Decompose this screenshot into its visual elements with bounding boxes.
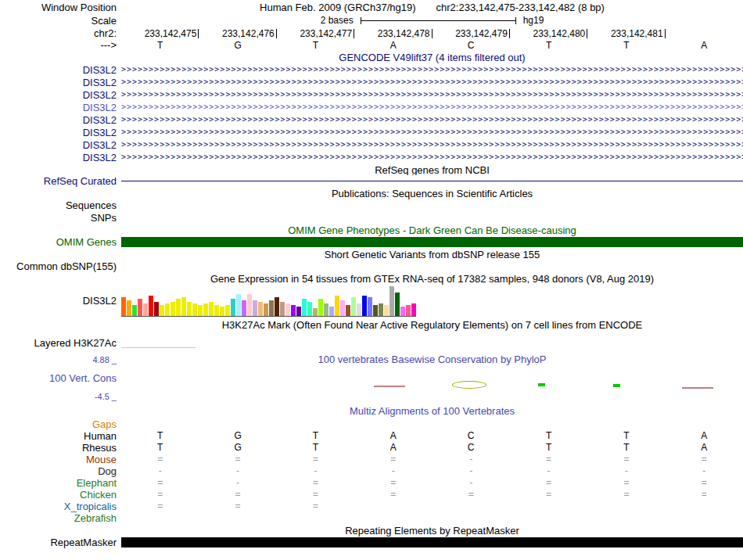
gtex-tissue-bar[interactable] (198, 305, 203, 316)
gtex-tissue-bar[interactable] (389, 286, 394, 316)
gtex-tissue-bar[interactable] (214, 305, 219, 316)
gtex-tissue-bar[interactable] (269, 300, 274, 316)
omim-genes-label[interactable]: OMIM Genes (0, 236, 121, 248)
gtex-tissue-bar[interactable] (302, 299, 307, 316)
gtex-tissue-bar[interactable] (411, 303, 416, 316)
gencode-transcript-label[interactable]: DIS3L2 (0, 113, 121, 126)
gtex-tissue-bar[interactable] (154, 302, 159, 316)
gtex-tissue-bar[interactable] (138, 299, 142, 316)
sequences-label[interactable]: Sequences (0, 199, 121, 211)
h3k27ac-track[interactable] (121, 332, 743, 353)
gtex-tissue-bar[interactable] (170, 302, 175, 316)
gencode-transcript-label[interactable]: DIS3L2 (0, 151, 121, 163)
publications-center-label[interactable]: Publications: Sequences in Scientific Ar… (121, 188, 743, 199)
gtex-tissue-bar[interactable] (346, 305, 350, 316)
gtex-tissue-bar[interactable] (335, 296, 339, 316)
phylop-center-label[interactable]: 100 vertebrates Basewise Conservation by… (121, 354, 743, 365)
gencode-transcript-label[interactable]: DIS3L2 (0, 76, 121, 88)
gtex-tissue-bar[interactable] (165, 303, 170, 316)
multiz-species-label[interactable]: Zebrafish (0, 512, 121, 524)
sequences-track[interactable] (121, 199, 743, 211)
gtex-tissue-bar[interactable] (149, 296, 153, 316)
gencode-transcript-label[interactable]: DIS3L2 (0, 63, 121, 76)
multiz-alignment-cells[interactable]: ======== (121, 489, 743, 501)
dbsnp-center-label[interactable]: Short Genetic Variants from dbSNP releas… (121, 249, 743, 260)
gtex-tissue-bar[interactable] (329, 307, 334, 316)
gtex-tissue-bar[interactable] (236, 294, 241, 316)
dbsnp-track[interactable] (121, 260, 743, 272)
gtex-tissue-bar[interactable] (400, 307, 405, 316)
phylop-track-label[interactable]: 100 Vert. Cons (49, 372, 117, 384)
multiz-species-label[interactable]: Rhesus (0, 442, 121, 454)
h3k27ac-center-label[interactable]: H3K27Ac Mark (Often Found Near Active Re… (121, 319, 743, 331)
gtex-tissue-bar[interactable] (307, 302, 312, 316)
gtex-tissue-bar[interactable] (225, 305, 230, 316)
gtex-tissue-bar[interactable] (362, 296, 367, 316)
multiz-alignment-cells[interactable]: -------- (121, 465, 743, 477)
snps-track[interactable] (121, 211, 743, 224)
gtex-tissue-bar[interactable] (357, 303, 361, 316)
gtex-gene-label[interactable]: DIS3L2 (0, 285, 121, 317)
gtex-tissue-bar[interactable] (395, 293, 400, 316)
multiz-species-label[interactable]: X_tropicalis (0, 501, 121, 512)
multiz-alignment-cells[interactable]: =-==-=== (121, 477, 743, 489)
gencode-transcript-label[interactable]: DIS3L2 (0, 126, 121, 138)
gtex-tissue-bar[interactable] (406, 305, 411, 316)
multiz-center-label[interactable]: Multiz Alignments of 100 Vertebrates (121, 405, 743, 417)
repeatmasker-center-label[interactable]: Repeating Elements by RepeatMasker (121, 525, 743, 537)
gtex-tissue-bar[interactable] (192, 303, 197, 316)
gtex-tissue-bar[interactable] (143, 303, 148, 316)
multiz-alignment-cells[interactable] (121, 418, 743, 430)
multiz-species-label[interactable]: Gaps (0, 418, 121, 430)
omim-genes-track[interactable] (121, 236, 743, 248)
dbsnp-label[interactable]: Common dbSNP(155) (0, 260, 121, 272)
multiz-alignment-cells[interactable]: TGTACTTA (121, 442, 743, 454)
gtex-tissue-bar[interactable] (231, 299, 235, 316)
gtex-tissue-bar[interactable] (368, 297, 372, 316)
multiz-species-label[interactable]: Elephant (0, 477, 121, 489)
gtex-tissue-bar[interactable] (127, 300, 131, 316)
gtex-center-label[interactable]: Gene Expression in 54 tissues from GTEx … (121, 273, 743, 285)
gtex-tissue-bar[interactable] (242, 300, 246, 316)
gencode-transcript-label[interactable]: DIS3L2 (0, 88, 121, 101)
phylop-track[interactable]: 100 vertebrates Basewise Conservation by… (121, 353, 743, 403)
gtex-tissue-bar[interactable] (160, 305, 164, 316)
gtex-tissue-bar[interactable] (285, 303, 290, 316)
multiz-species-label[interactable]: Human (0, 430, 121, 442)
gtex-tissue-bar[interactable] (373, 305, 378, 316)
gencode-transcript-arrows[interactable]: >>>>>>>>>>>>>>>>>>>>>>>>>>>>>>>>>>>>>>>>… (121, 101, 743, 113)
gencode-transcript-label[interactable]: DIS3L2 (0, 138, 121, 151)
h3k27ac-label[interactable]: Layered H3K27Ac (0, 332, 121, 353)
gtex-tissue-bar[interactable] (324, 303, 328, 316)
gtex-tissue-bar[interactable] (379, 303, 383, 316)
gtex-tissue-bar[interactable] (121, 297, 126, 316)
gtex-tissue-bar[interactable] (220, 307, 224, 316)
gtex-tissue-bar[interactable] (318, 299, 323, 316)
multiz-species-label[interactable]: Dog (0, 465, 121, 477)
multiz-alignment-cells[interactable]: === (121, 501, 743, 512)
gtex-tissue-bar[interactable] (187, 302, 192, 316)
gtex-tissue-bar[interactable] (340, 300, 345, 316)
gtex-tissue-bar[interactable] (132, 305, 137, 316)
gencode-transcript-arrows[interactable]: >>>>>>>>>>>>>>>>>>>>>>>>>>>>>>>>>>>>>>>>… (121, 151, 743, 163)
multiz-alignment-cells[interactable]: TGTACTTA (121, 430, 743, 442)
gencode-transcript-arrows[interactable]: >>>>>>>>>>>>>>>>>>>>>>>>>>>>>>>>>>>>>>>>… (121, 88, 743, 101)
refseq-curated-track[interactable] (121, 175, 743, 187)
multiz-species-label[interactable]: Chicken (0, 489, 121, 501)
gtex-tissue-bar[interactable] (351, 297, 356, 316)
gtex-tissue-bar[interactable] (203, 303, 208, 316)
gtex-tissue-bar[interactable] (209, 302, 214, 316)
gencode-transcript-label[interactable]: DIS3L2 (0, 101, 121, 113)
gencode-transcript-arrows[interactable]: >>>>>>>>>>>>>>>>>>>>>>>>>>>>>>>>>>>>>>>>… (121, 76, 743, 88)
gencode-center-label[interactable]: GENCODE V49lift37 (4 items filtered out) (121, 52, 743, 63)
gtex-tissue-bar[interactable] (264, 303, 268, 316)
repeatmasker-label[interactable]: RepeatMasker (0, 537, 121, 548)
gtex-tissue-bar[interactable] (253, 300, 257, 316)
gtex-tissue-bar[interactable] (247, 294, 252, 316)
gencode-transcript-arrows[interactable]: >>>>>>>>>>>>>>>>>>>>>>>>>>>>>>>>>>>>>>>>… (121, 126, 743, 138)
gtex-tissue-bar[interactable] (296, 307, 301, 316)
gtex-expression-chart[interactable] (121, 285, 743, 317)
gencode-transcript-arrows[interactable]: >>>>>>>>>>>>>>>>>>>>>>>>>>>>>>>>>>>>>>>>… (121, 138, 743, 151)
gencode-transcript-arrows[interactable]: >>>>>>>>>>>>>>>>>>>>>>>>>>>>>>>>>>>>>>>>… (121, 63, 743, 76)
gtex-tissue-bar[interactable] (258, 302, 263, 316)
